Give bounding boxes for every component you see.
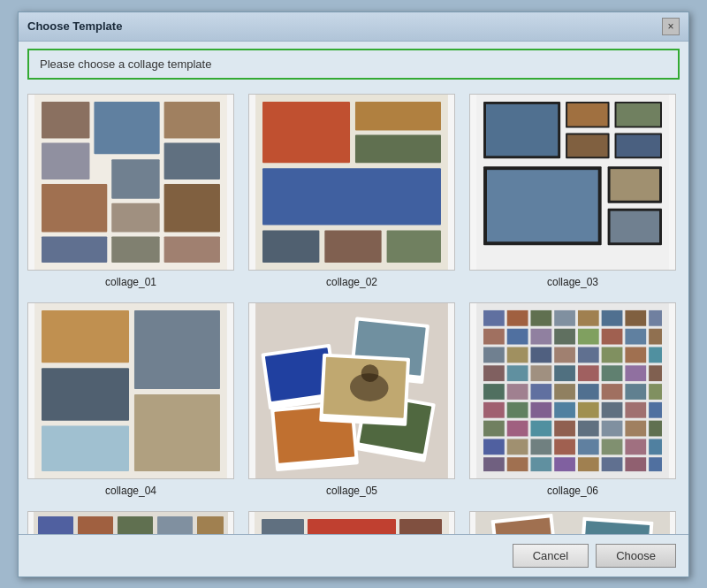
- svg-rect-135: [197, 516, 224, 534]
- svg-rect-62: [578, 309, 599, 325]
- svg-rect-80: [625, 347, 646, 363]
- prompt-text: Please choose a collage template: [27, 49, 680, 80]
- svg-rect-11: [111, 236, 159, 263]
- svg-rect-17: [262, 168, 441, 225]
- template-item[interactable]: /* placeholder */: [469, 302, 676, 497]
- svg-rect-82: [483, 365, 505, 381]
- svg-rect-127: [602, 457, 623, 471]
- svg-rect-133: [118, 516, 153, 534]
- svg-rect-8: [164, 183, 220, 231]
- svg-rect-117: [554, 439, 575, 454]
- svg-rect-39: [42, 309, 129, 362]
- svg-rect-116: [530, 439, 551, 454]
- template-grid-scroll[interactable]: collage_01: [27, 87, 680, 534]
- svg-rect-2: [94, 101, 159, 153]
- svg-rect-104: [625, 401, 646, 417]
- template-item[interactable]: collage_02: [248, 94, 455, 288]
- svg-rect-15: [355, 101, 441, 130]
- svg-rect-83: [507, 365, 528, 381]
- svg-rect-95: [602, 384, 623, 400]
- svg-rect-134: [157, 516, 193, 534]
- svg-rect-85: [554, 365, 575, 381]
- template-label: collage_05: [326, 485, 377, 497]
- svg-rect-137: [308, 519, 396, 534]
- template-item[interactable]: collage_01: [27, 94, 234, 288]
- template-thumbnail: [469, 511, 676, 534]
- choose-button[interactable]: Choose: [596, 544, 676, 568]
- svg-rect-77: [554, 347, 575, 363]
- svg-rect-115: [507, 439, 528, 454]
- svg-rect-103: [602, 401, 623, 417]
- template-item[interactable]: collage_07: [27, 511, 234, 534]
- svg-rect-90: [483, 384, 505, 400]
- svg-rect-139: [399, 519, 442, 534]
- svg-rect-59: [507, 309, 528, 325]
- svg-rect-87: [602, 365, 623, 381]
- svg-rect-124: [530, 457, 551, 471]
- svg-rect-123: [507, 457, 528, 471]
- svg-rect-20: [387, 230, 441, 263]
- svg-rect-91: [507, 384, 528, 400]
- svg-rect-10: [42, 236, 107, 263]
- svg-rect-81: [649, 347, 662, 363]
- template-item[interactable]: collage_08: [248, 511, 455, 534]
- svg-rect-96: [625, 384, 646, 400]
- template-item[interactable]: collage_05: [248, 302, 455, 497]
- svg-rect-4: [42, 142, 89, 179]
- svg-rect-42: [42, 425, 129, 470]
- template-grid: collage_01: [27, 87, 680, 534]
- template-thumbnail: [248, 94, 455, 271]
- dialog-title: Choose Template: [27, 19, 122, 33]
- svg-rect-18: [262, 230, 319, 263]
- template-label: collage_03: [547, 276, 598, 288]
- svg-rect-126: [578, 457, 599, 471]
- template-thumbnail: /* placeholder */: [469, 302, 676, 479]
- svg-rect-5: [164, 142, 220, 179]
- svg-rect-101: [554, 401, 575, 417]
- svg-rect-108: [530, 420, 551, 436]
- svg-rect-100: [530, 401, 551, 417]
- svg-rect-84: [530, 365, 551, 381]
- svg-rect-73: [649, 328, 662, 344]
- svg-rect-69: [554, 328, 575, 344]
- svg-rect-61: [554, 309, 575, 325]
- close-button[interactable]: ×: [662, 18, 680, 35]
- template-item[interactable]: collage_09: [469, 511, 676, 534]
- svg-rect-129: [649, 457, 662, 471]
- svg-rect-94: [578, 384, 599, 400]
- svg-rect-6: [42, 183, 107, 231]
- svg-rect-106: [483, 420, 505, 436]
- title-bar: Choose Template ×: [19, 12, 688, 42]
- svg-rect-1: [42, 101, 89, 138]
- template-label: collage_02: [326, 276, 377, 288]
- svg-rect-14: [262, 101, 350, 162]
- svg-rect-128: [625, 457, 646, 471]
- svg-rect-114: [483, 439, 505, 454]
- template-item[interactable]: collage_03: [469, 94, 676, 288]
- svg-rect-75: [507, 347, 528, 363]
- svg-rect-76: [530, 347, 551, 363]
- svg-rect-88: [625, 365, 646, 381]
- svg-rect-132: [78, 516, 113, 534]
- template-thumbnail: [27, 511, 234, 534]
- template-item[interactable]: collage_04: [27, 302, 234, 497]
- svg-rect-74: [483, 347, 505, 363]
- svg-rect-98: [483, 401, 505, 417]
- svg-rect-64: [625, 309, 646, 325]
- svg-rect-67: [507, 328, 528, 344]
- svg-rect-99: [507, 401, 528, 417]
- svg-rect-131: [38, 516, 73, 534]
- svg-rect-121: [649, 439, 662, 454]
- svg-rect-41: [42, 368, 129, 420]
- svg-rect-12: [164, 236, 220, 263]
- svg-rect-86: [578, 365, 599, 381]
- svg-rect-119: [602, 439, 623, 454]
- svg-rect-25: [567, 103, 608, 126]
- cancel-button[interactable]: Cancel: [513, 544, 589, 568]
- svg-rect-125: [554, 457, 575, 471]
- svg-rect-102: [578, 401, 599, 417]
- svg-rect-68: [530, 328, 551, 344]
- svg-rect-110: [578, 420, 599, 436]
- svg-rect-19: [324, 230, 381, 263]
- svg-rect-89: [649, 365, 662, 381]
